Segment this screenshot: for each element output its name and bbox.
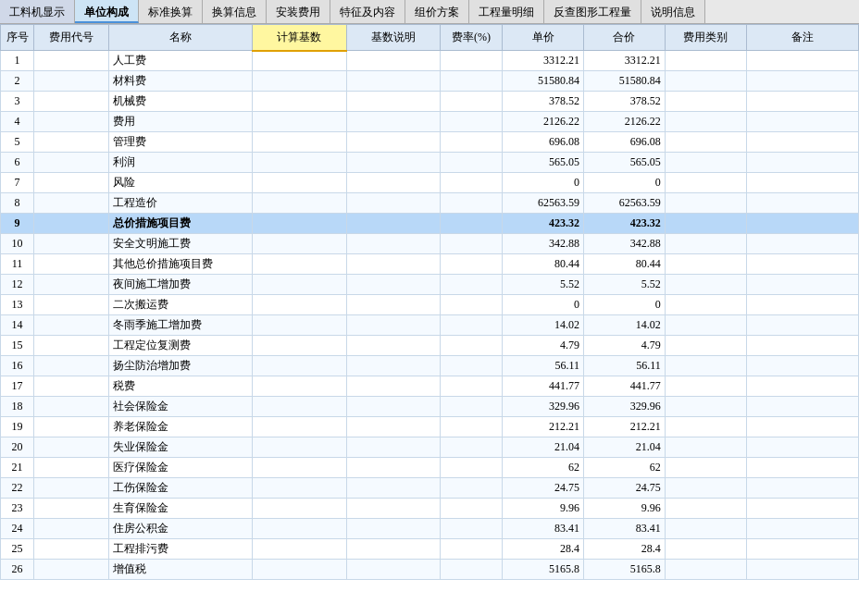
cell-calc <box>253 295 346 315</box>
tab-bill-detail[interactable]: 工程量明细 <box>469 0 544 23</box>
table-row[interactable]: 19养老保险金212.21212.21 <box>1 417 859 437</box>
cell-remark <box>746 254 859 275</box>
cell-base-desc <box>346 173 440 193</box>
table-row[interactable]: 24住房公积金83.4183.41 <box>1 519 859 539</box>
cell-unit: 62 <box>503 458 584 478</box>
table-row[interactable]: 1人工费3312.213312.21 <box>1 51 859 71</box>
cell-unit: 696.08 <box>503 132 584 153</box>
table-body: 1人工费3312.213312.212材料费51580.8451580.843机… <box>1 51 859 580</box>
cell-seq: 19 <box>1 417 34 437</box>
cell-rate <box>440 132 503 153</box>
cell-type <box>665 397 746 417</box>
cell-rate <box>440 173 503 193</box>
cell-code <box>34 153 109 173</box>
table-row[interactable]: 20失业保险金21.0421.04 <box>1 437 859 458</box>
table-row[interactable]: 23生育保险金9.969.96 <box>1 499 859 519</box>
cell-rate <box>440 376 503 397</box>
table-row[interactable]: 11其他总价措施项目费80.4480.44 <box>1 254 859 275</box>
cell-total: 5.52 <box>584 275 666 295</box>
cell-calc <box>253 437 346 458</box>
cell-base-desc <box>346 417 440 437</box>
cell-type <box>665 132 746 153</box>
cell-remark <box>746 214 859 234</box>
table-row[interactable]: 17税费441.77441.77 <box>1 376 859 397</box>
cell-base-desc <box>346 275 440 295</box>
cell-seq: 15 <box>1 336 34 356</box>
tab-features[interactable]: 特征及内容 <box>330 0 405 23</box>
cell-code <box>34 214 109 234</box>
cell-base-desc <box>346 254 440 275</box>
cell-calc <box>253 478 346 499</box>
cell-unit: 5.52 <box>503 275 584 295</box>
cell-code <box>34 315 109 336</box>
header-calc: 计算基数 <box>253 25 346 51</box>
table-row[interactable]: 5管理费696.08696.08 <box>1 132 859 153</box>
table-row[interactable]: 9总价措施项目费423.32423.32 <box>1 214 859 234</box>
cell-unit: 21.04 <box>503 437 584 458</box>
cell-seq: 7 <box>1 173 34 193</box>
cell-total: 62563.59 <box>584 193 666 214</box>
table-row[interactable]: 10安全文明施工费342.88342.88 <box>1 234 859 254</box>
header-unit: 单价 <box>503 25 584 51</box>
cell-name: 工伤保险金 <box>109 478 253 499</box>
cell-unit: 5165.8 <box>503 560 584 580</box>
cell-seq: 17 <box>1 376 34 397</box>
cell-base-desc <box>346 234 440 254</box>
table-row[interactable]: 16扬尘防治增加费56.1156.11 <box>1 356 859 376</box>
table-row[interactable]: 15工程定位复测费4.794.79 <box>1 336 859 356</box>
cell-total: 9.96 <box>584 499 666 519</box>
table-row[interactable]: 18社会保险金329.96329.96 <box>1 397 859 417</box>
cell-seq: 1 <box>1 51 34 71</box>
table-row[interactable]: 2材料费51580.8451580.84 <box>1 71 859 92</box>
cell-type <box>665 437 746 458</box>
tab-group-plan[interactable]: 组价方案 <box>405 0 469 23</box>
tab-reverse-chart[interactable]: 反查图形工程量 <box>544 0 641 23</box>
cell-total: 342.88 <box>584 234 666 254</box>
tab-standard-conv[interactable]: 标准换算 <box>139 0 203 23</box>
table-row[interactable]: 22工伤保险金24.7524.75 <box>1 478 859 499</box>
cell-rate <box>440 214 503 234</box>
tab-install-fee[interactable]: 安装费用 <box>267 0 330 23</box>
tab-unit-comp[interactable]: 单位构成 <box>75 0 139 23</box>
header-name: 名称 <box>109 25 253 51</box>
table-row[interactable]: 6利润565.05565.05 <box>1 153 859 173</box>
header-total: 合价 <box>584 25 666 51</box>
table-row[interactable]: 7风险00 <box>1 173 859 193</box>
header-seq: 序号 <box>1 25 34 51</box>
cell-name: 住房公积金 <box>109 519 253 539</box>
table-row[interactable]: 21医疗保险金6262 <box>1 458 859 478</box>
cell-base-desc <box>346 437 440 458</box>
cell-calc <box>253 112 346 132</box>
cell-code <box>34 437 109 458</box>
table-row[interactable]: 14冬雨季施工增加费14.0214.02 <box>1 315 859 336</box>
tab-work-machine[interactable]: 工料机显示 <box>0 0 75 23</box>
table-row[interactable]: 12夜间施工增加费5.525.52 <box>1 275 859 295</box>
cell-rate <box>440 92 503 112</box>
table-header-row: 序号 费用代号 名称 计算基数 基数说明 费率(%) 单价 合价 费用类别 备注 <box>1 25 859 51</box>
cell-seq: 25 <box>1 539 34 560</box>
cell-total: 0 <box>584 173 666 193</box>
cell-total: 80.44 <box>584 254 666 275</box>
table-row[interactable]: 25工程排污费28.428.4 <box>1 539 859 560</box>
cell-base-desc <box>346 397 440 417</box>
tab-conv-info[interactable]: 换算信息 <box>203 0 267 23</box>
cell-unit: 2126.22 <box>503 112 584 132</box>
cell-name: 增值税 <box>109 560 253 580</box>
tab-desc[interactable]: 说明信息 <box>641 0 705 23</box>
cell-calc <box>253 499 346 519</box>
cell-remark <box>746 51 859 71</box>
table-row[interactable]: 8工程造价62563.5962563.59 <box>1 193 859 214</box>
cell-unit: 51580.84 <box>503 71 584 92</box>
cell-base-desc <box>346 478 440 499</box>
cell-code <box>34 458 109 478</box>
table-row[interactable]: 3机械费378.52378.52 <box>1 92 859 112</box>
table-row[interactable]: 4费用2126.222126.22 <box>1 112 859 132</box>
cell-seq: 9 <box>1 214 34 234</box>
cell-code <box>34 356 109 376</box>
table-row[interactable]: 26增值税5165.85165.8 <box>1 560 859 580</box>
cell-calc <box>253 539 346 560</box>
cell-remark <box>746 275 859 295</box>
cell-calc <box>253 92 346 112</box>
table-row[interactable]: 13二次搬运费00 <box>1 295 859 315</box>
cell-type <box>665 193 746 214</box>
